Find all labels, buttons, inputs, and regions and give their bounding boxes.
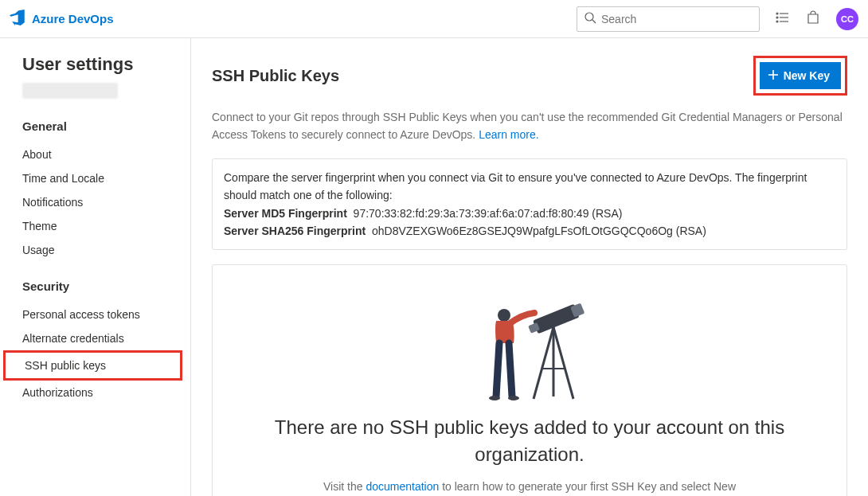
empty-state: There are no SSH public keys added to yo… <box>212 264 847 496</box>
empty-desc-prefix: Visit the <box>323 480 366 493</box>
svg-point-0 <box>585 13 593 21</box>
fp-sha-value: ohD8VZEXGWo6Ez8GSEJQ9WpafgLFsOfLOtGGQCQo… <box>372 225 706 237</box>
avatar[interactable]: CC <box>836 8 858 30</box>
fingerprint-box: Compare the server fingerprint when you … <box>212 158 847 251</box>
documentation-link[interactable]: documentation <box>366 480 439 493</box>
new-key-label: New Key <box>784 69 830 82</box>
svg-line-11 <box>553 327 573 399</box>
search-input[interactable] <box>601 13 753 25</box>
azure-devops-icon <box>10 10 25 28</box>
sidebar-section-general: General <box>22 119 190 133</box>
search-box[interactable] <box>577 6 760 32</box>
main-content: SSH Public Keys New Key Connect to your … <box>191 38 868 496</box>
topbar: Azure DevOps CC <box>0 0 868 38</box>
brand[interactable]: Azure DevOps <box>10 10 114 28</box>
empty-desc: Visit the documentation to learn how to … <box>323 478 737 496</box>
brand-label: Azure DevOps <box>32 12 114 25</box>
fingerprint-intro: Compare the server fingerprint when you … <box>224 169 835 205</box>
svg-point-7 <box>776 21 778 22</box>
empty-desc-suffix: to learn how to generate your first SSH … <box>439 480 736 496</box>
sidebar-item-alt-creds[interactable]: Alternate credentials <box>22 326 190 350</box>
fp-md5-value: 97:70:33:82:fd:29:3a:73:39:af:6a:07:ad:f… <box>354 207 623 220</box>
avatar-initials: CC <box>841 14 854 24</box>
sidebar-item-pat[interactable]: Personal access tokens <box>22 303 190 326</box>
sidebar-item-usage[interactable]: Usage <box>22 238 190 262</box>
user-name-placeholder <box>22 83 118 99</box>
svg-point-17 <box>498 309 510 322</box>
svg-line-10 <box>534 327 553 399</box>
sidebar-title: User settings <box>22 54 190 75</box>
new-key-highlight: New Key <box>753 56 847 96</box>
sidebar-item-time-locale[interactable]: Time and Locale <box>22 166 190 190</box>
fp-sha-label: Server SHA256 Fingerprint <box>224 222 366 240</box>
empty-title: There are no SSH public keys added to yo… <box>237 414 823 467</box>
new-key-button[interactable]: New Key <box>760 62 841 89</box>
sidebar-item-notifications[interactable]: Notifications <box>22 190 190 214</box>
shopping-bag-icon[interactable] <box>806 10 820 27</box>
page-title: SSH Public Keys <box>212 67 339 85</box>
svg-point-19 <box>508 396 519 400</box>
empty-illustration <box>237 281 823 403</box>
sidebar: User settings General About Time and Loc… <box>0 38 191 496</box>
svg-point-5 <box>776 17 778 18</box>
list-icon[interactable] <box>776 10 790 27</box>
svg-line-1 <box>592 20 596 23</box>
plus-icon <box>768 69 779 83</box>
learn-more-link[interactable]: Learn more. <box>479 128 538 141</box>
sidebar-item-authorizations[interactable]: Authorizations <box>22 381 190 404</box>
svg-point-18 <box>489 396 500 400</box>
fp-md5-label: Server MD5 Fingerprint <box>224 205 347 222</box>
search-icon <box>584 11 596 26</box>
sidebar-item-about[interactable]: About <box>22 143 190 166</box>
sidebar-item-theme[interactable]: Theme <box>22 214 190 238</box>
sidebar-section-security: Security <box>22 279 190 293</box>
sidebar-item-ssh-keys[interactable]: SSH public keys <box>3 350 182 381</box>
svg-point-3 <box>776 13 778 14</box>
page-description: Connect to your Git repos through SSH Pu… <box>212 108 847 144</box>
